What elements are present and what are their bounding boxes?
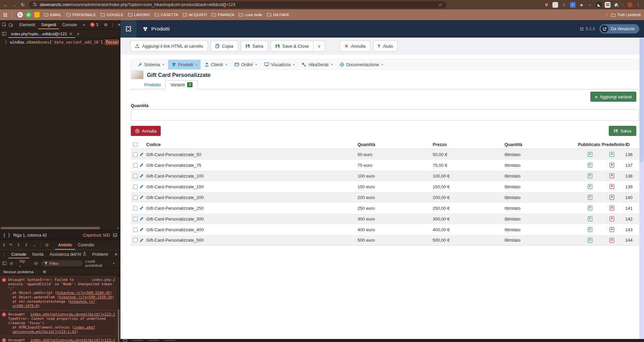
profile-avatar[interactable]	[627, 2, 633, 8]
user-menu-button[interactable]: Da Venanzio	[599, 24, 639, 34]
all-bookmarks[interactable]: Tutti i preferiti	[607, 13, 641, 17]
page-scrollbar[interactable]	[639, 38, 644, 339]
edit-variant-icon[interactable]	[140, 206, 146, 210]
stack-source-link[interactable]: hikashop.js?v=500:1476:8	[12, 299, 95, 308]
extension-u-icon[interactable]: U	[544, 2, 549, 8]
bookmark-google-icon[interactable]: G	[17, 12, 23, 17]
row-checkbox[interactable]	[133, 163, 138, 167]
published-toggle[interactable]: ✕	[588, 184, 592, 189]
row-checkbox[interactable]	[133, 152, 138, 157]
clear-console-icon[interactable]: ⊘	[10, 261, 13, 266]
inspect-icon[interactable]	[2, 22, 6, 27]
default-toggle[interactable]: ✕	[609, 238, 614, 243]
save-close-button[interactable]: Save & Close	[271, 41, 314, 51]
close-file-icon[interactable]: ✕	[69, 32, 72, 36]
apps-grid-icon[interactable]	[3, 13, 7, 17]
stack-source-link[interactable]: index.php?option=com…edit&cid[]=123:1:42	[12, 325, 95, 334]
drawer-close-icon[interactable]: ✕	[114, 252, 118, 257]
quantity-input[interactable]	[131, 109, 639, 121]
default-toggle[interactable]: ✕	[609, 163, 614, 167]
row-checkbox[interactable]	[133, 217, 138, 221]
default-toggle[interactable]: ✕	[609, 184, 614, 189]
row-checkbox[interactable]	[133, 185, 138, 189]
menu-item-documentazione[interactable]: Documentazione▾	[336, 60, 386, 69]
edit-variant-icon[interactable]	[140, 228, 146, 232]
bookmark-keep-icon[interactable]	[34, 12, 40, 17]
pause-icon[interactable]: ‖	[3, 243, 5, 247]
published-toggle[interactable]: ✕	[588, 195, 592, 200]
devtools-tab-elementi[interactable]: Elementi	[16, 20, 38, 29]
annulla-button[interactable]: ✕Annulla	[340, 41, 370, 51]
aggiungi-il-link-html-al-carrello-button[interactable]: Aggiungi il link HTML al carrello	[130, 41, 208, 51]
bookmark-folder[interactable]: ACQUISTI	[183, 13, 207, 17]
menu-item-sistema[interactable]: Sistema▾	[135, 60, 167, 69]
drawer-kebab-icon[interactable]: ⋮	[2, 252, 6, 257]
source-file-tab[interactable]: index.php?optio…edit&cid[]=123 ✕	[8, 30, 75, 38]
published-toggle[interactable]: ✕	[588, 174, 592, 178]
joomla-logo[interactable]	[120, 20, 137, 38]
error-count-badge[interactable]: ✕ 3	[90, 22, 98, 27]
extension-check-icon[interactable]: ✓	[570, 2, 576, 8]
cancel-button[interactable]: Annulla	[131, 126, 161, 136]
default-toggle[interactable]: ✕	[609, 216, 614, 221]
step-over-icon[interactable]: ↷	[9, 243, 12, 247]
edit-variant-icon[interactable]	[140, 152, 146, 156]
dock-icon[interactable]	[113, 233, 117, 237]
row-checkbox[interactable]	[133, 228, 138, 232]
console-settings-icon[interactable]: ⚙	[43, 270, 46, 274]
console-filter-input[interactable]: Filtra	[41, 260, 83, 266]
tab-varianti[interactable]: Varianti9	[165, 80, 198, 89]
bookmark-folder[interactable]: CASETTA	[155, 13, 178, 17]
bookmark-folder[interactable]: FINANZA	[212, 13, 234, 17]
drawer-tab[interactable]: Console	[8, 250, 29, 258]
edit-variant-icon[interactable]	[140, 185, 146, 189]
debugger-tab-controllo[interactable]: Controllo	[75, 240, 97, 250]
keyboard-icon[interactable]	[123, 339, 127, 342]
back-icon[interactable]: ←	[3, 2, 8, 7]
bookmark-folder[interactable]: cose belle	[239, 13, 262, 17]
extension-note-icon[interactable]: ◆	[579, 2, 584, 8]
default-toggle[interactable]: ✕	[609, 174, 614, 178]
edit-variant-icon[interactable]	[140, 174, 146, 178]
stack-source-link[interactable]: hikashop.js?v=500:1550:20	[59, 295, 112, 299]
address-bar[interactable]: davenanzio.com/nuovo/administrator/index…	[29, 1, 446, 8]
extension-code-icon[interactable]	[552, 2, 558, 8]
navigator-panel-icon[interactable]	[2, 32, 6, 36]
bookmark-folder[interactable]: PERSONALE	[66, 13, 96, 17]
save-options-dropdown[interactable]: ∨	[314, 41, 325, 51]
error-source-link[interactable]: index.php?option=com…sk=edit&cid[]=123:1	[30, 312, 115, 316]
puzzle-icon[interactable]	[613, 2, 619, 8]
extension-blue-icon[interactable]: b	[561, 2, 567, 8]
step-into-icon[interactable]: ↧	[17, 243, 20, 247]
row-checkbox[interactable]	[133, 174, 138, 178]
devtools-tab-console[interactable]: Console	[59, 20, 80, 29]
default-toggle[interactable]: ✕	[609, 206, 614, 210]
drawer-tab[interactable]: Assistenza dell'AI	[47, 250, 89, 258]
edit-variant-icon[interactable]	[140, 238, 146, 242]
debugger-tab-ambito[interactable]: Ambito	[55, 240, 75, 250]
devtools-tab-sorgenti[interactable]: Sorgenti	[38, 20, 59, 29]
drawer-tab[interactable]: Novità	[29, 250, 47, 258]
default-toggle[interactable]: ✕	[609, 152, 614, 157]
edit-variant-icon[interactable]	[140, 163, 146, 167]
menu-item-clienti[interactable]: Clienti▾	[201, 60, 230, 69]
default-toggle[interactable]: ✕	[609, 227, 614, 232]
menu-item-hikaserial[interactable]: HikaSerial▾	[299, 60, 336, 69]
published-toggle[interactable]: ✕	[588, 152, 592, 157]
forward-icon[interactable]: →	[12, 2, 17, 7]
published-toggle[interactable]: ✕	[588, 238, 592, 243]
published-toggle[interactable]: ✕	[588, 216, 592, 221]
console-scrollbar[interactable]	[117, 277, 120, 340]
edit-variant-icon[interactable]	[140, 217, 146, 221]
horizontal-scrollbar[interactable]: ▸	[0, 226, 120, 230]
select-all-checkbox[interactable]	[133, 142, 138, 147]
bookmark-folder[interactable]: DA FARE	[267, 13, 289, 17]
edit-variant-icon[interactable]	[140, 195, 146, 199]
devtools-kebab-icon[interactable]: ⋮	[111, 22, 115, 27]
more-files-icon[interactable]: »	[77, 32, 79, 36]
published-toggle[interactable]: ✕	[588, 227, 592, 232]
error-source-link[interactable]: index.php?option=com…sk=edit&cid[]=123:1	[30, 338, 115, 342]
row-checkbox[interactable]	[133, 195, 138, 200]
default-toggle[interactable]: ✕	[609, 195, 614, 200]
reload-icon[interactable]: ↻	[21, 2, 25, 7]
